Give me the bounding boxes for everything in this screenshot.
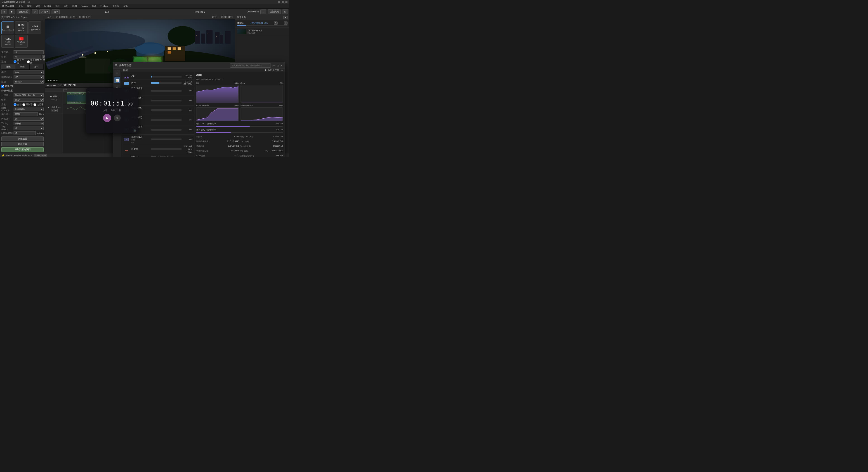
tab-video[interactable]: 视频 [1,64,16,69]
menu-color[interactable]: 颜色 [91,4,97,8]
codec-select[interactable]: AVI [13,75,43,79]
close-button[interactable] [285,1,287,3]
preset-label-lbl: Preset： [1,117,13,120]
gpu-decode-label: Video Decode 28% [241,104,283,107]
framerate-select[interactable]: 59.94 [13,98,43,102]
tab-file[interactable]: 文件 [30,64,43,69]
toolbar-btn-4[interactable]: ⊡ [32,9,37,14]
timer-labels: 小时 分钟 秒 [100,109,123,112]
preset-hyperdeck[interactable]: H.264 HyperDeck [29,22,41,34]
bitrate-input[interactable] [13,112,38,116]
rq-job-edit-btn[interactable]: ✎ [274,22,278,25]
timer-expand-icon[interactable]: ⤡ [88,90,90,93]
tm-metric-gpu0[interactable]: GPU 0 Intel(R) UHD Graphics 7700% [121,154,194,157]
menu-clip[interactable]: 片段 [54,4,61,8]
tm-more-options[interactable]: ⋯ [281,69,283,72]
deliver-btn[interactable]: 交付设置 [17,9,30,14]
preset-custom-export[interactable]: ⊞ Custom Export [1,22,14,34]
toolbar-icon-btn[interactable]: ⊞ [1,9,7,14]
menu-workspace[interactable]: 工作区 [112,4,120,8]
menu-timeline[interactable]: 时间线 [43,4,52,8]
optimize-checkbox[interactable] [1,85,4,88]
export-settings: 文件名： 位置： 浏览 渲染： 单个片段 多个单独片段 视频 音频 文件 格式： [0,49,45,135]
location-label: 位置： [1,55,13,59]
tm-metric-cpu[interactable]: CPU 4% 3.64 GHz [121,73,194,80]
format-select[interactable]: MP4MOVMKV [13,70,43,74]
render-queue-close[interactable]: ✕ [283,16,287,19]
solo-btn[interactable]: S [51,109,54,112]
resolution-select[interactable]: 3840 x 2160 Ultra HD [13,93,43,97]
export-mode-label: 渲染： [1,60,13,63]
audio-gain: 2.0 [58,106,60,108]
toolbar-export-btn[interactable]: ⊡ [282,9,288,14]
menu-view[interactable]: 视图 [71,4,78,8]
menu-fairlight[interactable]: Fairlight [99,4,110,8]
minimize-button[interactable] [278,1,280,3]
rq-job-delete-btn[interactable]: ✕ [284,22,287,25]
tm-content: 性能 ▶ 运行新任务 ⋯ [121,69,285,157]
preset-select[interactable]: 16 [13,117,43,121]
maximize-button[interactable] [282,1,284,3]
tm-close-btn[interactable]: ✕ [281,64,283,67]
render-hw-label: 渲染： [1,80,13,83]
preset-youtube[interactable]: ▶ YouTube 10... [15,35,28,48]
twopass-select[interactable]: 是 [13,127,43,130]
toolbar-btn-5[interactable]: 片段 ▾ [39,9,50,14]
timecode-in-value: 01:00:00:00 [56,16,68,18]
tab-audio[interactable]: 音频 [16,64,29,69]
menu-mark[interactable]: 标记 [63,4,69,8]
preset-hyperdeck-icon: H.264 [32,25,38,28]
gpu-3d-name: 3D [196,82,199,84]
output-settings-btn[interactable]: 输出设置 [1,142,43,147]
toolbar-timeline-id: 114 [61,10,153,13]
preset-h264-master[interactable]: H.264 H.264 Master [15,22,28,34]
tm-search-input[interactable] [230,63,271,68]
tm-minimize-btn[interactable]: — [273,64,275,67]
menu-file[interactable]: 文件 [18,4,24,8]
location-input[interactable] [13,55,41,59]
browse-button[interactable]: 浏览 [42,55,45,59]
filename-input[interactable] [13,51,43,54]
render-queue-btn[interactable]: 渲染队列 [268,9,281,14]
tm-maximize-btn[interactable]: □ [277,64,279,67]
preset-h265-master[interactable]: H.265 H.265 Master [1,35,14,48]
mute-btn[interactable]: M [55,109,58,112]
timer-camera-icon[interactable]: 📷 [133,129,136,131]
gpu-temp-value: 43 °C [234,154,239,157]
timer-play-btn[interactable]: ▶ [103,114,111,122]
codec-label: 编解码器： [1,75,13,78]
lookahead-input[interactable] [13,131,36,135]
gpu-shared2-value: 1.5/15.9 GB [228,145,239,148]
menu-davinci[interactable]: DaVinci解决 [1,4,16,8]
menu-edit[interactable]: 编辑 [26,4,33,8]
quality-row: 质量： 自动 限制于 比特率 [1,102,43,107]
multi-clip-radio[interactable]: 多个单独片段 [27,59,43,65]
single-clip-radio[interactable]: 单个片段 [13,59,26,65]
tm-nav-performance[interactable]: 📊 [114,77,120,83]
toolbar-more-btn[interactable]: ... [260,9,266,14]
tm-metric-disk5[interactable]: ▤ 磁盘 5 (E:)USB0% 0% [121,135,194,145]
bitrate-radio[interactable]: 比特率 [33,103,43,106]
advanced-settings-btn[interactable]: 高级设置 [1,136,43,141]
menu-trim[interactable]: 修剪 [35,4,41,8]
gpu-3d-value: 94% [235,82,239,84]
menu-fusion[interactable]: Fusion [80,4,89,8]
menu-help[interactable]: 帮助 [123,4,129,8]
preset-h264-icon: H.264 [18,24,24,27]
tm-nav-menu[interactable]: ☰ [114,70,120,76]
restrict-radio[interactable]: 限制于 [22,103,33,106]
tm-run-task-btn[interactable]: ▶ 运行新任务 [265,69,279,72]
rate-control-select[interactable]: 比特率控制 [13,107,43,111]
render-hw-select[interactable]: NVIDIA [13,80,43,84]
tm-metric-ethernet[interactable]: 以太网 发送: 0 接收: 0 Kbps [121,145,194,154]
tm-metric-memory[interactable]: 内存 8.5/31.8 GB (27%) [121,80,194,86]
svg-rect-36 [208,34,208,34]
timer-reset-btn[interactable]: ↺ [114,115,121,121]
toolbar-btn-6[interactable]: 段 ▾ [52,9,60,14]
add-to-queue-btn[interactable]: 添加到渲染队列 [1,147,43,152]
auto-radio[interactable]: 自动 [13,103,22,106]
toolbar-btn-2[interactable]: ▶ [9,9,15,14]
status-app-name: DaVinci Resolve Studio 18.5 [6,154,32,157]
tuning-select[interactable]: 默认值 [13,122,43,125]
twopass-row: Two Pass： 是 [1,126,43,130]
